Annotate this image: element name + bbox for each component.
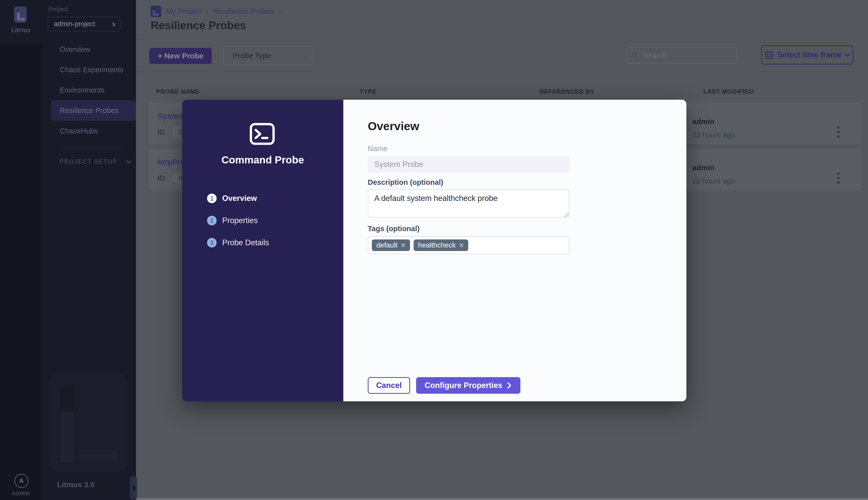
tag-chip: healthcheck ×: [414, 239, 468, 251]
chevron-down-icon: [302, 52, 307, 57]
search-box[interactable]: [626, 47, 737, 64]
step-label: Probe Details: [222, 238, 269, 247]
version-label: Litmus 3.0: [57, 480, 94, 489]
remove-tag-icon[interactable]: ×: [401, 241, 406, 249]
probe-type-title: Command Probe: [182, 154, 343, 166]
new-probe-button[interactable]: + New Probe: [149, 48, 212, 64]
cancel-button[interactable]: Cancel: [368, 377, 410, 394]
wizard-steps: 1 Overview 2 Properties 3 Probe Details: [207, 187, 269, 254]
step-properties[interactable]: 2 Properties: [207, 209, 269, 231]
modified-time: 10 hours ago: [692, 177, 735, 185]
modified-by: admin: [692, 163, 714, 172]
project-setup-label: PROJECT SETUP: [60, 158, 117, 165]
sidebar-item-chaos-experiments[interactable]: Chaos Experiments: [42, 60, 136, 80]
probe-type-label: Probe Type: [233, 52, 271, 60]
time-frame-button[interactable]: Select time frame: [761, 45, 853, 65]
step-label: Properties: [222, 216, 258, 225]
page-title: Resilience Probes: [151, 19, 246, 32]
probe-name-link[interactable]: httpPro: [157, 158, 185, 167]
tag-text: default: [376, 241, 397, 249]
tag-text: healthcheck: [418, 241, 456, 249]
sidebar-item-resilience-probes[interactable]: Resilience Probes: [51, 101, 136, 121]
step-number: 2: [207, 216, 217, 225]
collapse-arrow-icon: [132, 485, 135, 491]
sidebar-item-chaoshubs[interactable]: ChaosHubs: [42, 121, 136, 141]
step-number: 3: [207, 238, 217, 248]
horizontal-scrollbar[interactable]: [136, 498, 868, 500]
breadcrumb-separator: ›: [206, 7, 208, 15]
wizard-side-panel: Command Probe 1 Overview 2 Properties 3 …: [182, 100, 343, 401]
tags-label: Tags (optional): [368, 225, 420, 233]
brand-label: Litmus: [0, 26, 42, 34]
search-input[interactable]: [643, 52, 726, 60]
column-header-last-modified: LAST MODIFIED: [703, 88, 754, 95]
configure-properties-label: Configure Properties: [425, 381, 502, 390]
step-label: Overview: [222, 194, 257, 203]
header-divider: [136, 39, 868, 40]
remove-tag-icon[interactable]: ×: [459, 241, 464, 249]
breadcrumb: My Project › Resilience Probes ›: [151, 5, 281, 17]
probe-name-link[interactable]: System: [157, 112, 185, 121]
breadcrumb-link-probes[interactable]: Resilience Probes: [213, 7, 274, 15]
breadcrumb-separator: ›: [279, 7, 281, 15]
description-field[interactable]: A default system healthcheck probe: [368, 189, 569, 217]
resize-handle[interactable]: [564, 213, 569, 217]
kebab-menu-icon[interactable]: [833, 169, 844, 187]
sidebar-collapse-button[interactable]: [130, 476, 137, 500]
terminal-icon: [249, 122, 275, 146]
probe-type-select[interactable]: Probe Type: [223, 46, 314, 65]
name-field[interactable]: [368, 156, 569, 173]
column-header-referenced-by: REFERENCED BY: [540, 88, 595, 95]
toolbar-divider: [136, 71, 868, 72]
chevron-right-icon: [507, 382, 512, 389]
configure-properties-button[interactable]: Configure Properties: [416, 377, 520, 394]
chevron-down-icon: [844, 51, 850, 57]
modified-by: admin: [692, 117, 714, 126]
sidebar-item-environments[interactable]: Environments: [42, 80, 136, 101]
sidebar: Project admin-project › Overview Chaos E…: [42, 0, 136, 500]
calendar-icon: [765, 50, 774, 59]
time-frame-label: Select time frame: [777, 50, 842, 59]
breadcrumb-logo-icon: [151, 5, 161, 17]
description-label: Description (optional): [368, 178, 443, 186]
column-header-type: TYPE: [360, 88, 376, 95]
step-overview[interactable]: 1 Overview: [207, 187, 269, 209]
litmus-logo-icon: [14, 7, 27, 23]
wizard-form-panel: Overview Name Description (optional) A d…: [343, 100, 686, 401]
step-number: 1: [207, 194, 217, 203]
tag-chip: default ×: [372, 239, 410, 251]
search-icon: [631, 52, 639, 59]
probe-id-label: ID:: [157, 174, 167, 182]
step-probe-details[interactable]: 3 Probe Details: [207, 231, 269, 254]
breadcrumb-link-project[interactable]: My Project: [166, 7, 202, 15]
project-name: admin-project: [54, 20, 95, 28]
name-label: Name: [368, 145, 387, 153]
probe-wizard-modal: Command Probe 1 Overview 2 Properties 3 …: [182, 100, 686, 401]
sidebar-divider: [60, 148, 123, 148]
logo-tile[interactable]: Litmus: [0, 0, 42, 44]
project-selector[interactable]: admin-project ›: [48, 16, 121, 31]
form-heading: Overview: [368, 120, 419, 133]
project-setup-section[interactable]: PROJECT SETUP: [60, 158, 131, 165]
user-label: ADMIN: [0, 490, 42, 497]
kebab-menu-icon[interactable]: [833, 123, 844, 141]
left-rail: Litmus A ADMIN: [0, 0, 42, 500]
tags-field[interactable]: default × healthcheck ×: [368, 236, 569, 254]
sidebar-nav: Overview Chaos Experiments Environments …: [42, 39, 136, 141]
chevron-down-icon: [126, 158, 131, 163]
project-label: Project: [48, 5, 68, 13]
sidebar-item-overview[interactable]: Overview: [42, 39, 136, 60]
user-avatar[interactable]: A: [14, 474, 29, 488]
column-header-probe-name: PROBE NAME: [156, 88, 200, 95]
litmus-watermark-logo: [49, 373, 128, 471]
modified-time: 23 hours ago: [692, 131, 735, 139]
probe-id-label: ID:: [157, 128, 167, 136]
